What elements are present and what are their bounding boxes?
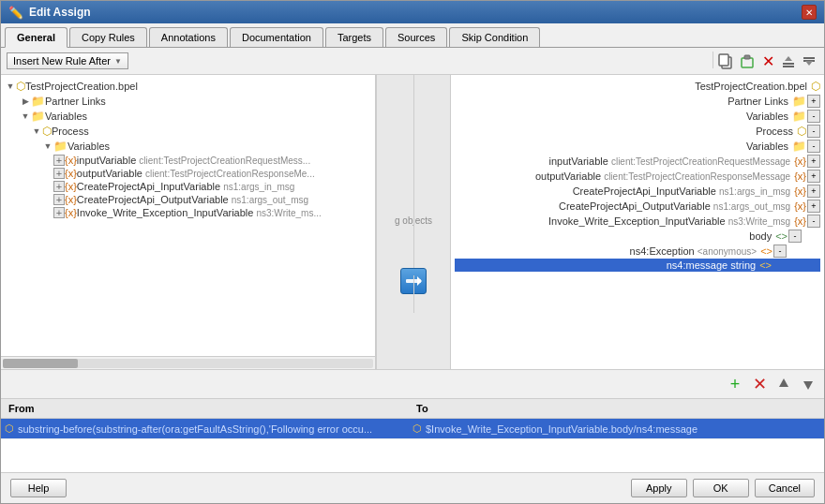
- right-elem-icon: <>: [775, 230, 788, 242]
- tree-item-variables[interactable]: ▼ 📁 Variables: [5, 109, 371, 124]
- mapping-table: From To ⬡ substring-before(substring-aft…: [1, 399, 824, 472]
- right-tree-variables2[interactable]: Variables 📁 -: [455, 139, 820, 154]
- var-icon4: {x}: [65, 194, 77, 205]
- left-scroll-track[interactable]: [3, 359, 373, 368]
- process-expand[interactable]: -: [807, 125, 820, 138]
- dialog-icon: ✏️: [8, 6, 23, 20]
- tree-toggle[interactable]: ▼: [5, 82, 16, 91]
- right-tree-bpel[interactable]: TestProjectCreation.bpel ⬡: [455, 79, 820, 94]
- up-mapping-icon[interactable]: [773, 374, 794, 394]
- tree-item-partner-links[interactable]: ▶ 📁 Partner Links: [5, 94, 371, 109]
- edit-assign-dialog: ✏️ Edit Assign ✕ General Copy Rules Anno…: [0, 0, 825, 504]
- to-header: To: [412, 401, 820, 416]
- right-folder-icon: 📁: [792, 95, 806, 108]
- down-mapping-icon[interactable]: [798, 374, 818, 394]
- mapping-header: From To: [1, 399, 824, 419]
- ns4exception-expand[interactable]: -: [773, 245, 787, 258]
- bottom-toolbar: + ✕: [1, 370, 824, 399]
- mapping-row-0[interactable]: ⬡ substring-before(substring-after(ora:g…: [1, 419, 824, 439]
- right-tree-invoke-write[interactable]: Invoke_Write_Exception_InputVariable ns3…: [455, 214, 820, 229]
- vars2-expand[interactable]: -: [807, 140, 820, 153]
- insert-rule-button[interactable]: Insert New Rule After ▼: [7, 52, 128, 69]
- tab-skip-condition[interactable]: Skip Condition: [449, 27, 540, 47]
- svg-rect-1: [719, 54, 728, 66]
- apply-button[interactable]: Apply: [631, 479, 687, 497]
- right-elem-icon2: <>: [760, 245, 772, 257]
- tree-item-createapi-out[interactable]: + {x} CreateProjectApi_OutputVariable ns…: [5, 193, 371, 206]
- bpel-icon2: ⬡: [42, 125, 52, 138]
- right-tree-process[interactable]: Process ⬡ -: [455, 124, 820, 139]
- delete-icon[interactable]: ✕: [758, 52, 777, 70]
- right-panel: TestProjectCreation.bpel ⬡ Partner Links…: [451, 75, 824, 369]
- expand-btn2[interactable]: +: [53, 168, 65, 179]
- tree-toggle-vars2[interactable]: ▼: [42, 141, 53, 151]
- var-icon3: {x}: [65, 181, 77, 192]
- right-tree-ns4message[interactable]: ns4:message string <>: [455, 259, 820, 272]
- var-icon: {x}: [65, 155, 77, 166]
- right-tree-partner-links[interactable]: Partner Links 📁 +: [455, 94, 820, 109]
- help-button[interactable]: Help: [10, 479, 67, 497]
- tab-targets[interactable]: Targets: [325, 27, 383, 47]
- paste-icon[interactable]: [738, 52, 757, 70]
- tree-label-outputvar: outputVariable client:TestProjectCreatio…: [77, 168, 315, 179]
- tree-toggle-process[interactable]: ▼: [31, 126, 42, 136]
- tree-item-bpel-left[interactable]: ▼ ⬡ TestProjectCreation.bpel: [5, 79, 371, 94]
- invoke-write-expand[interactable]: -: [807, 215, 820, 228]
- createapi-out-expand[interactable]: +: [807, 200, 820, 213]
- left-scrollbar[interactable]: [1, 356, 375, 369]
- right-label-ns4exception: ns4:Exception <anonymous>: [630, 245, 758, 257]
- delete-mapping-icon[interactable]: ✕: [749, 374, 770, 394]
- tab-general[interactable]: General: [5, 27, 68, 48]
- right-tree-createapi-out[interactable]: CreateProjectApi_OutputVariable ns1:args…: [455, 199, 820, 214]
- right-label-invoke-write: Invoke_Write_Exception_InputVariable ns3…: [548, 215, 790, 227]
- outputvar-expand[interactable]: +: [807, 170, 820, 183]
- left-panel: ▼ ⬡ TestProjectCreation.bpel ▶ 📁 Partner…: [1, 75, 376, 369]
- right-label-inputvar: inputVariable client:TestProjectCreation…: [548, 156, 790, 167]
- tree-toggle-pl[interactable]: ▶: [20, 96, 31, 106]
- right-label-vars: Variables: [746, 111, 788, 122]
- tab-annotations[interactable]: Annotations: [149, 27, 228, 47]
- expand-btn5[interactable]: +: [53, 207, 65, 218]
- tab-sources[interactable]: Sources: [385, 27, 447, 47]
- inputvar-expand[interactable]: +: [807, 155, 820, 168]
- body-expand[interactable]: -: [788, 230, 802, 243]
- expand-btn3[interactable]: +: [53, 181, 65, 192]
- expand-btn[interactable]: +: [53, 155, 65, 166]
- right-tree[interactable]: TestProjectCreation.bpel ⬡ Partner Links…: [451, 75, 824, 369]
- right-tree-variables[interactable]: Variables 📁 -: [455, 109, 820, 124]
- folder-icon2: 📁: [31, 110, 45, 123]
- tree-label-createapi-in: CreateProjectApi_InputVariable ns1:args_…: [77, 181, 295, 192]
- tree-item-process[interactable]: ▼ ⬡ Process: [5, 124, 371, 139]
- tree-item-variables2[interactable]: ▼ 📁 Variables: [5, 139, 371, 154]
- right-tree-createapi-in[interactable]: CreateProjectApi_InputVariable ns1:args_…: [455, 184, 820, 199]
- right-tree-outputvar[interactable]: outputVariable client:TestProjectCreatio…: [455, 169, 820, 184]
- tab-documentation[interactable]: Documentation: [230, 27, 323, 47]
- right-tree-inputvar[interactable]: inputVariable client:TestProjectCreation…: [455, 154, 820, 169]
- left-tree[interactable]: ▼ ⬡ TestProjectCreation.bpel ▶ 📁 Partner…: [1, 75, 375, 356]
- copy-icon[interactable]: [717, 52, 736, 70]
- add-mapping-icon[interactable]: +: [725, 374, 745, 394]
- to-cell-0: ⬡ $Invoke_Write_Exception_InputVariable.…: [412, 422, 820, 435]
- right-tree-ns4exception[interactable]: ns4:Exception <anonymous> <> -: [455, 244, 820, 259]
- expand-btn4[interactable]: +: [53, 194, 65, 205]
- right-label-vars2: Variables: [746, 141, 788, 152]
- ok-button[interactable]: OK: [693, 479, 749, 497]
- vars-expand[interactable]: -: [807, 110, 820, 123]
- tree-item-outputvar[interactable]: + {x} outputVariable client:TestProjectC…: [5, 167, 371, 180]
- tree-item-createapi-in[interactable]: + {x} CreateProjectApi_InputVariable ns1…: [5, 180, 371, 193]
- pl-expand[interactable]: +: [807, 95, 820, 108]
- tree-item-invoke-write[interactable]: + {x} Invoke_Write_Exception_InputVariab…: [5, 206, 371, 219]
- move-down-icon[interactable]: [800, 52, 818, 70]
- tab-copy-rules[interactable]: Copy Rules: [69, 27, 147, 47]
- cancel-button[interactable]: Cancel: [755, 479, 815, 497]
- close-button[interactable]: ✕: [802, 5, 817, 20]
- tree-item-inputvar[interactable]: + {x} inputVariable client:TestProjectCr…: [5, 154, 371, 167]
- title-bar-left: ✏️ Edit Assign: [8, 6, 91, 20]
- from-cell-0: ⬡ substring-before(substring-after(ora:g…: [5, 422, 412, 435]
- move-up-icon[interactable]: [779, 52, 798, 70]
- tree-toggle-var[interactable]: ▼: [20, 111, 31, 121]
- left-scroll-thumb[interactable]: [3, 359, 78, 368]
- right-tree-body[interactable]: body <> -: [455, 229, 820, 244]
- right-label-body: body: [749, 230, 772, 242]
- createapi-in-expand[interactable]: +: [807, 185, 820, 198]
